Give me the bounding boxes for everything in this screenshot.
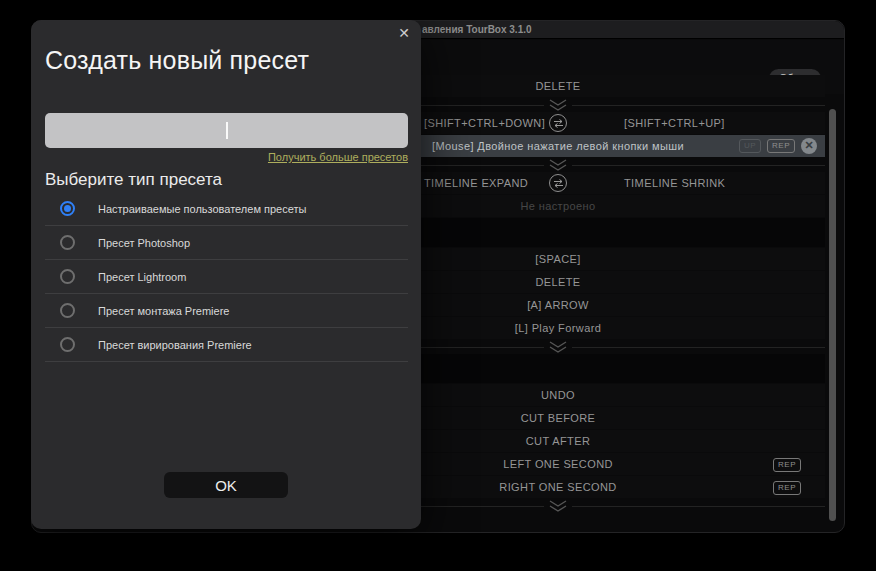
double-chevron-down-icon [544,99,572,111]
dialog-title: Создать новый пресет [45,46,309,75]
create-preset-dialog: ✕ Создать новый пресет Получить больше п… [31,20,421,529]
binding-label: [SPACE] [535,253,580,265]
binding-label: CUT BEFORE [521,412,596,424]
text-cursor [226,122,228,139]
binding-label: Не настроено [520,200,595,212]
binding-label: CUT AFTER [526,435,591,447]
preset-type-label: Пресет Lightroom [98,271,186,283]
binding-label-left: TIMELINE EXPAND [424,172,528,194]
radio-icon[interactable] [60,303,75,318]
binding-label-left: [SHIFT+CTRL+DOWN] [424,112,545,134]
close-icon[interactable]: ✕ [398,26,410,40]
preset-type-label: Пресет вирирования Premiere [98,339,252,351]
swap-icon[interactable] [549,174,567,192]
ok-button[interactable]: OK [164,472,288,498]
preset-type-heading: Выберите тип пресета [45,170,222,190]
binding-label: DELETE [535,276,580,288]
preset-type-option[interactable]: Пресет Photoshop [45,226,408,260]
binding-label: DELETE [535,80,580,92]
binding-label: UNDO [541,389,575,401]
rep-badge: REP [773,458,801,472]
binding-label: LEFT ONE SECOND [503,458,613,470]
preset-type-label: Настраиваемые пользователем пресеты [98,203,306,215]
binding-label-right: [SHIFT+CTRL+UP] [624,112,725,134]
radio-selected-icon[interactable] [60,201,75,216]
row-controls: UPREP✕ [739,135,817,157]
preset-type-label: Пресет монтажа Premiere [98,305,229,317]
vertical-scrollbar[interactable] [829,109,836,521]
window-title: авления TourBox 3.1.0 [422,24,532,35]
radio-icon[interactable] [60,235,75,250]
preset-type-option[interactable]: Пресет монтажа Premiere [45,294,408,328]
binding-label: [L] Play Forward [515,322,601,334]
preset-type-options: Настраиваемые пользователем пресетыПресе… [45,192,408,362]
preset-type-option[interactable]: Настраиваемые пользователем пресеты [45,192,408,226]
radio-icon[interactable] [60,337,75,352]
binding-label: [Mouse] Двойное нажатие левой кнопки мыш… [432,140,684,152]
preset-type-option[interactable]: Пресет Lightroom [45,260,408,294]
up-badge: UP [739,139,761,153]
double-chevron-down-icon [544,159,572,171]
binding-label: RIGHT ONE SECOND [499,481,616,493]
double-chevron-down-icon [544,500,572,512]
get-more-presets-link[interactable]: Получить больше пресетов [268,151,408,163]
preset-type-option[interactable]: Пресет вирирования Premiere [45,328,408,362]
preset-type-label: Пресет Photoshop [98,237,190,249]
remove-binding-icon[interactable]: ✕ [801,138,817,154]
binding-label-right: TIMELINE SHRINK [624,172,725,194]
double-chevron-down-icon [544,341,572,353]
binding-label: [A] ARROW [527,299,589,311]
rep-badge: REP [767,139,795,153]
rep-badge: REP [773,481,801,495]
radio-icon[interactable] [60,269,75,284]
swap-icon[interactable] [549,114,567,132]
